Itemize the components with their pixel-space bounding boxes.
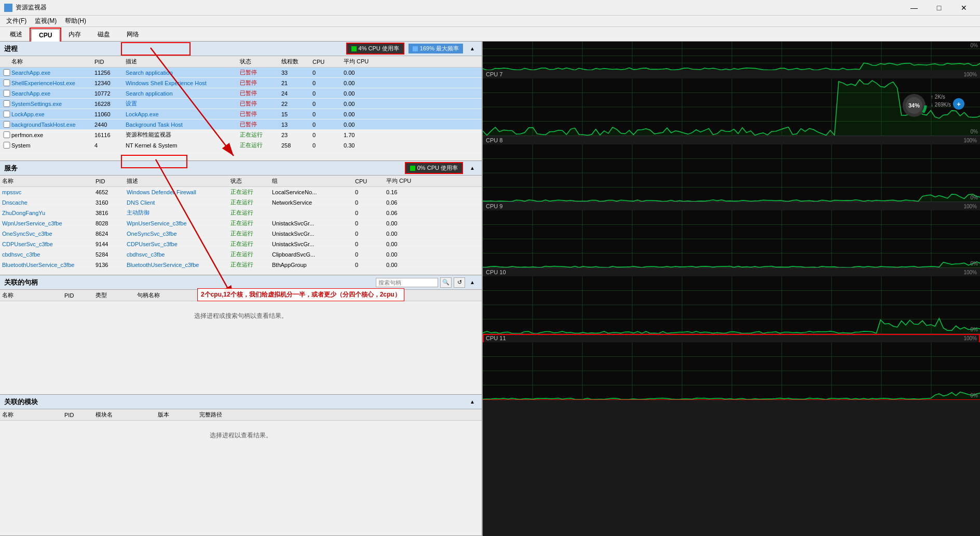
modules-table-header: 名称 PID 模块名 版本 完整路径 — [0, 409, 482, 421]
cpu8-label: CPU 8 — [486, 137, 502, 143]
row-checkbox[interactable] — [2, 90, 11, 97]
freq-badge: 169% 最大频率 — [409, 44, 463, 53]
row-checkbox[interactable] — [2, 111, 11, 117]
menu-help[interactable]: 帮助(H) — [61, 16, 90, 26]
col-avg-cpu: 平均 CPU — [344, 58, 380, 65]
title-controls[interactable]: — □ ✕ — [902, 0, 976, 16]
table-row[interactable]: BluetoothUserService_c3fbe 9136 Bluetoot… — [0, 260, 482, 270]
row-checkbox[interactable] — [2, 131, 11, 138]
cpu10-0pct: 0% — [971, 327, 978, 332]
services-title: 服务 — [4, 164, 18, 173]
tab-bar: 概述 CPU 内存 磁盘 网络 — [0, 27, 980, 42]
mcol-name: 名称 — [2, 411, 64, 419]
tab-network[interactable]: 网络 — [119, 28, 147, 41]
modules-header[interactable]: 关联的模块 ▲ — [0, 395, 482, 409]
table-row[interactable]: OneSyncSvc_c3fbe 8624 OneSyncSvc_c3fbe 正… — [0, 229, 482, 239]
handles-title: 关联的句柄 — [4, 278, 38, 287]
minimize-button[interactable]: — — [902, 0, 926, 16]
close-button[interactable]: ✕ — [952, 0, 976, 16]
handles-search-input[interactable] — [376, 278, 438, 287]
cpu7-label: CPU 7 — [486, 71, 502, 77]
tab-cpu[interactable]: CPU — [31, 29, 60, 42]
services-header[interactable]: 服务 0% CPU 使用率 ▲ — [0, 161, 482, 176]
processes-table-header: 名称 PID 描述 状态 线程数 CPU 平均 CPU — [0, 56, 482, 68]
cpu11-graph: 0% — [483, 342, 980, 399]
table-row[interactable]: SearchApp.exe 10772 Search application 已… — [0, 88, 482, 99]
processes-table-container[interactable]: 名称 PID 描述 状态 线程数 CPU 平均 CPU SearchApp.ex… — [0, 56, 482, 160]
cpu11-canvas — [483, 342, 980, 399]
cpu-usage-badge: 4% CPU 使用率 — [346, 43, 404, 55]
cpu7-header: CPU 7 100% — [483, 70, 980, 78]
table-row[interactable]: ShellExperienceHost.exe 12340 Windows Sh… — [0, 78, 482, 88]
cpu7-pct-text: 34% — [908, 102, 920, 109]
table-row[interactable]: SearchApp.exe 11256 Search application 已… — [0, 68, 482, 78]
services-stats: 0% CPU 使用率 ▲ — [405, 162, 478, 174]
handles-search-button[interactable]: 🔍 — [440, 277, 452, 288]
menu-file[interactable]: 文件(F) — [2, 16, 31, 26]
cpu9-label: CPU 9 — [486, 203, 502, 209]
services-section: 服务 0% CPU 使用率 ▲ 名称 PID 描述 状态 组 CPU — [0, 161, 482, 275]
menu-monitor[interactable]: 监视(M) — [31, 16, 61, 26]
table-row[interactable]: CDPUserSvc_c3fbe 9144 CDPUserSvc_c3fbe 正… — [0, 239, 482, 249]
table-row[interactable]: ZhuDongFangYu 3816 主动防御 正在运行 0 0.06 — [0, 208, 482, 218]
table-row[interactable]: mpssvc 4652 Windows Defender Firewall 正在… — [0, 187, 482, 197]
table-row[interactable]: SystemSettings.exe 16228 设置 已暂停 22 0 0.0… — [0, 99, 482, 109]
col-desc: 描述 — [126, 58, 240, 65]
cpu-top-canvas — [483, 42, 980, 70]
cpu-dot — [351, 46, 357, 51]
modules-collapse[interactable]: ▲ — [467, 397, 478, 407]
services-cpu-dot — [410, 166, 415, 171]
row-checkbox[interactable] — [2, 69, 11, 76]
scol-desc: 描述 — [127, 177, 230, 185]
table-row[interactable]: WpnUserService_c3fbe 8028 WpnUserService… — [0, 218, 482, 229]
maximize-button[interactable]: □ — [927, 0, 951, 16]
row-checkbox[interactable] — [2, 142, 11, 149]
handles-collapse[interactable]: ▲ — [467, 277, 478, 288]
table-row[interactable]: cbdhsvc_c3fbe 5284 cbdhsvc_c3fbe 正在运行 Cl… — [0, 249, 482, 260]
tab-disk[interactable]: 磁盘 — [90, 28, 118, 41]
table-row[interactable]: LockApp.exe 11060 LockApp.exe 已暂停 15 0 0… — [0, 109, 482, 119]
cpu10-header: CPU 10 100% — [483, 268, 980, 276]
processes-header[interactable]: 进程 4% CPU 使用率 169% 最大频率 ▲ — [0, 42, 482, 56]
table-row[interactable]: perfmon.exe 16116 资源和性能监视器 正在运行 23 0 1.7… — [0, 130, 482, 140]
scol-cpu: CPU — [355, 178, 386, 184]
services-table-header: 名称 PID 描述 状态 组 CPU 平均 CPU — [0, 176, 482, 187]
handles-refresh-button[interactable]: ↺ — [454, 277, 465, 288]
mcol-modname: 模块名 — [96, 411, 158, 419]
cpu7-net-info: ↑ 2K/s ↓ 269K/s — [931, 93, 951, 109]
cpu8-canvas — [483, 144, 980, 202]
table-row[interactable]: Dnscache 3160 DNS Client 正在运行 NetworkSer… — [0, 197, 482, 208]
processes-collapse[interactable]: ▲ — [467, 44, 478, 54]
row-checkbox[interactable] — [2, 79, 11, 86]
mcol-path: 完整路径 — [199, 411, 355, 419]
services-table-container[interactable]: 名称 PID 描述 状态 组 CPU 平均 CPU mpssvc 4652 Wi… — [0, 176, 482, 275]
services-cpu-badge: 0% CPU 使用率 — [405, 162, 463, 174]
cpu-usage-text: 4% CPU 使用率 — [359, 45, 399, 52]
cpu9-graph: 0% — [483, 210, 980, 267]
table-row[interactable]: backgroundTaskHost.exe 2440 Background T… — [0, 119, 482, 130]
title-text: 资源监视器 — [16, 3, 47, 12]
scol-pid: PID — [96, 178, 127, 184]
tab-memory[interactable]: 内存 — [61, 28, 89, 41]
cpu9-header: CPU 9 100% — [483, 202, 980, 210]
cpu8-section: CPU 8 100% 0% — [483, 136, 980, 202]
cpu9-section: CPU 9 100% 0% — [483, 202, 980, 268]
hcol-type: 类型 — [96, 291, 137, 299]
cpu10-canvas — [483, 276, 980, 333]
row-checkbox[interactable] — [2, 100, 11, 107]
services-collapse[interactable]: ▲ — [467, 163, 478, 173]
cpu9-100pct: 100% — [963, 204, 977, 209]
row-checkbox[interactable] — [2, 121, 11, 128]
modules-empty-message: 选择进程以查看结果。 — [0, 421, 482, 450]
table-row[interactable]: System 4 NT Kernel & System 正在运行 258 0 0… — [0, 140, 482, 151]
col-name: 名称 — [11, 58, 94, 65]
col-threads: 线程数 — [281, 58, 312, 65]
cpu7-circle-chart: 34% — [900, 91, 928, 119]
col-cpu: CPU — [312, 59, 344, 65]
main-layout: 进程 4% CPU 使用率 169% 最大频率 ▲ 名称 — [0, 42, 980, 536]
cpu-top-pct: 0% — [971, 43, 978, 48]
hcol-name: 名称 — [2, 291, 64, 299]
processes-stats: 4% CPU 使用率 169% 最大频率 ▲ — [346, 43, 478, 55]
tab-overview[interactable]: 概述 — [2, 28, 30, 41]
app-icon — [4, 4, 12, 12]
